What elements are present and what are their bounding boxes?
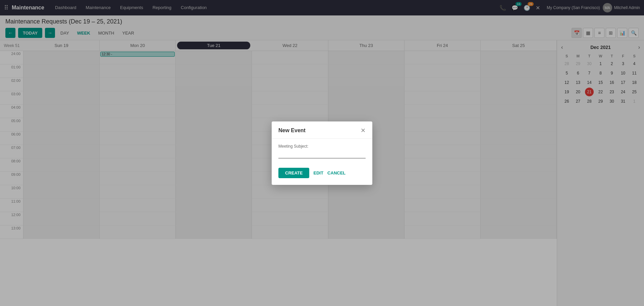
new-event-modal: New Event ✕ Meeting Subject: CREATE EDIT… [272,121,372,185]
modal-overlay: New Event ✕ Meeting Subject: CREATE EDIT… [0,0,644,306]
meeting-subject-label: Meeting Subject: [278,144,366,149]
modal-title: New Event [278,128,306,134]
edit-button[interactable]: EDIT [313,170,323,175]
modal-body: Meeting Subject: [272,139,372,164]
modal-footer: CREATE EDIT CANCEL [272,164,372,185]
meeting-subject-input[interactable] [278,150,366,158]
cancel-button[interactable]: CANCEL [327,170,345,175]
modal-header: New Event ✕ [272,121,372,139]
modal-close-button[interactable]: ✕ [361,127,366,134]
create-button[interactable]: CREATE [278,168,309,178]
